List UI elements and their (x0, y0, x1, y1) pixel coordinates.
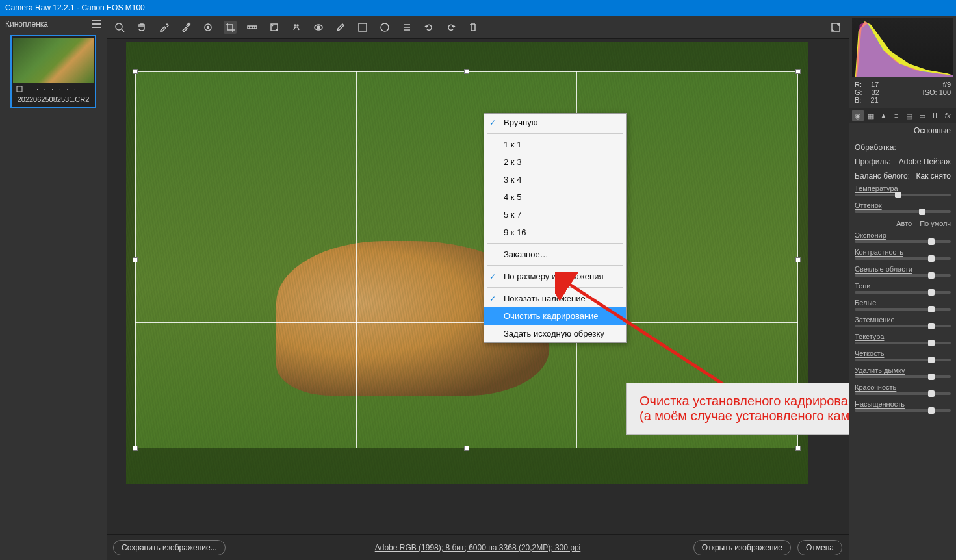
tab-basic-icon[interactable]: ◉ (852, 110, 864, 121)
slider-Тени[interactable]: Тени (849, 281, 956, 298)
slider-Контрастность[interactable]: Контрастность (849, 247, 956, 264)
crop-handle[interactable] (795, 446, 801, 451)
rotate-cw-icon[interactable] (445, 21, 458, 34)
crop-handle[interactable] (133, 257, 138, 262)
tab-curve-icon[interactable]: ▦ (865, 110, 877, 121)
tab-hsl-icon[interactable]: ≡ (890, 110, 902, 121)
slider-Оттенок[interactable]: Оттенок (849, 200, 956, 217)
ctx-item-ratio-2-3[interactable]: 2 к 3 (484, 153, 626, 171)
spot-removal-icon[interactable] (290, 21, 303, 34)
annotation-callout: Очистка установленого кадрирования (а мо… (627, 383, 849, 434)
zoom-tool-icon[interactable] (113, 21, 126, 34)
slider-label: Температура (855, 185, 951, 192)
svg-point-1 (116, 23, 122, 30)
profile-value[interactable]: Adobe Пейзаж (899, 157, 951, 166)
slider-label: Насыщенность (855, 400, 951, 408)
slider-Белые[interactable]: Белые (849, 298, 956, 314)
eyedropper-icon[interactable] (157, 21, 170, 34)
slider-Красочность[interactable]: Красочность (849, 382, 956, 399)
crop-handle[interactable] (133, 446, 138, 451)
list-icon[interactable] (400, 21, 413, 34)
ctx-item-custom[interactable]: Заказное… (484, 246, 626, 263)
svg-point-11 (297, 25, 298, 26)
slider-label: Текстура (855, 333, 951, 340)
crop-handle[interactable] (795, 69, 801, 74)
svg-line-2 (122, 29, 124, 32)
ctx-item-overlay[interactable]: Показать наложение (484, 290, 626, 307)
slider-Светлые области[interactable]: Светлые области (849, 264, 956, 281)
canvas[interactable]: Вручную 1 к 1 2 к 3 3 к 4 4 к 5 5 к 7 9 … (107, 39, 849, 542)
panel-tabs: ◉ ▦ ▲ ≡ ▤ ▭ ⅲ fx (849, 108, 956, 123)
slider-label: Контрастность (855, 248, 951, 256)
ctx-item-by-size[interactable]: По размеру изображения (484, 268, 626, 285)
ctx-item-manual[interactable]: Вручную (484, 114, 626, 131)
filmstrip-title: Кинопленка (5, 19, 48, 29)
radial-filter-icon[interactable] (378, 21, 391, 34)
filmstrip-menu-icon[interactable] (92, 20, 101, 28)
redeye-icon[interactable] (312, 21, 325, 34)
slider-Четкость[interactable]: Четкость (849, 348, 956, 365)
footer: Сохранить изображение... Adobe RGB (1998… (107, 534, 849, 560)
ctx-item-ratio-1-1[interactable]: 1 к 1 (484, 136, 626, 153)
straighten-icon[interactable] (246, 21, 259, 34)
thumbnail-filename: 20220625082531.CR2 (13, 95, 94, 106)
slider-label: Четкость (855, 350, 951, 357)
trash-icon[interactable] (467, 21, 480, 34)
thumbnail-image (13, 38, 94, 83)
color-sampler-icon[interactable] (179, 21, 192, 34)
slider-Экспонир[interactable]: Экспонир (849, 230, 956, 247)
ctx-item-ratio-3-4[interactable]: 3 к 4 (484, 171, 626, 188)
open-image-button[interactable]: Открыть изображение (693, 540, 791, 555)
histogram[interactable] (852, 18, 953, 77)
svg-point-15 (381, 23, 389, 31)
slider-label: Светлые области (855, 265, 951, 273)
rgb-readout: R:17 G:32 B:21 (855, 81, 879, 104)
tab-split-icon[interactable]: ▤ (903, 110, 915, 121)
tab-detail-icon[interactable]: ▲ (878, 110, 890, 121)
ctx-item-ratio-4-5[interactable]: 4 к 5 (484, 188, 626, 206)
annotation-text-2: (а моём случае установленого камерой) (639, 409, 849, 424)
slider-Насыщенность[interactable]: Насыщенность (849, 399, 956, 416)
crop-handle[interactable] (464, 69, 469, 74)
slider-Текстура[interactable]: Текстура (849, 331, 956, 348)
slider-Затемнение[interactable]: Затемнение (849, 314, 956, 331)
slider-label: Белые (855, 299, 951, 307)
fullscreen-icon[interactable] (829, 21, 842, 34)
default-link[interactable]: По умолч (920, 220, 951, 227)
rotate-ccw-icon[interactable] (422, 21, 435, 34)
svg-point-13 (317, 26, 320, 29)
target-adjust-icon[interactable] (201, 21, 214, 34)
crop-handle[interactable] (133, 69, 138, 74)
slider-label: Красочность (855, 383, 951, 391)
slider-Удалить дымку[interactable]: Удалить дымку (849, 365, 956, 382)
slider-Температура[interactable]: Температура (849, 183, 956, 200)
hand-tool-icon[interactable] (135, 21, 148, 34)
slider-label: Затемнение (855, 316, 951, 324)
workflow-options-link[interactable]: Adobe RGB (1998); 8 бит; 6000 на 3368 (2… (375, 543, 581, 552)
svg-point-5 (207, 26, 209, 28)
crop-handle[interactable] (795, 257, 801, 262)
thumbnail-rating-dots: · · · · · · (36, 86, 78, 93)
brush-icon[interactable] (334, 21, 347, 34)
tab-fx-icon[interactable]: ⅲ (929, 110, 941, 121)
ctx-item-ratio-5-7[interactable]: 5 к 7 (484, 206, 626, 223)
tab-lens-icon[interactable]: ▭ (916, 110, 928, 121)
tab-fx2-icon[interactable]: fx (942, 110, 953, 121)
cancel-button[interactable]: Отмена (797, 540, 842, 555)
wb-value[interactable]: Как снято (916, 172, 951, 181)
ctx-item-set-original[interactable]: Задать исходную обрезку (484, 325, 626, 342)
ctx-item-clear-crop[interactable]: Очистить кадрирование (484, 307, 626, 325)
grad-filter-icon[interactable] (356, 21, 369, 34)
auto-link[interactable]: Авто (896, 220, 912, 227)
crop-handle[interactable] (464, 446, 469, 451)
filmstrip-thumbnail[interactable]: · · · · · · 20220625082531.CR2 (10, 35, 96, 108)
exif-readout: f/9 ISO: 100 (923, 81, 951, 104)
slider-label: Удалить дымку (855, 366, 951, 374)
crop-tool-icon[interactable] (224, 21, 237, 34)
ctx-item-ratio-9-16[interactable]: 9 к 16 (484, 223, 626, 241)
svg-rect-19 (832, 23, 840, 31)
save-image-button[interactable]: Сохранить изображение... (113, 540, 226, 555)
profile-label: Профиль: (855, 157, 890, 166)
transform-icon[interactable] (268, 21, 281, 34)
svg-rect-14 (359, 23, 367, 31)
